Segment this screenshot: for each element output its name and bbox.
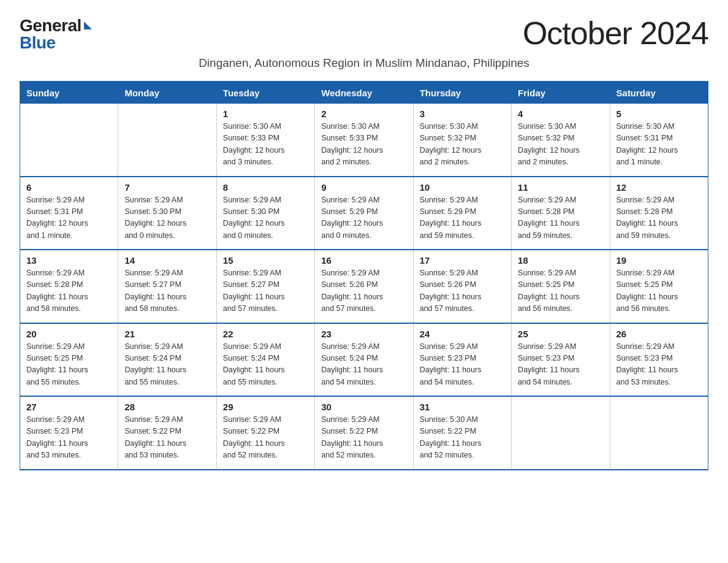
calendar-cell: 9Sunrise: 5:29 AMSunset: 5:29 PMDaylight… xyxy=(315,177,413,250)
calendar-cell: 24Sunrise: 5:29 AMSunset: 5:23 PMDayligh… xyxy=(413,323,511,397)
day-info: Sunrise: 5:30 AMSunset: 5:33 PMDaylight:… xyxy=(223,121,308,169)
day-info: Sunrise: 5:29 AMSunset: 5:23 PMDaylight:… xyxy=(420,341,505,389)
day-number: 1 xyxy=(223,109,308,119)
day-number: 15 xyxy=(223,255,308,266)
day-info: Sunrise: 5:29 AMSunset: 5:28 PMDaylight:… xyxy=(616,194,702,242)
day-info: Sunrise: 5:30 AMSunset: 5:22 PMDaylight:… xyxy=(420,414,505,462)
day-info: Sunrise: 5:29 AMSunset: 5:27 PMDaylight:… xyxy=(124,267,210,315)
day-info: Sunrise: 5:29 AMSunset: 5:30 PMDaylight:… xyxy=(223,194,308,242)
header-friday: Friday xyxy=(512,82,610,104)
calendar-cell: 28Sunrise: 5:29 AMSunset: 5:22 PMDayligh… xyxy=(118,396,216,470)
day-info: Sunrise: 5:29 AMSunset: 5:24 PMDaylight:… xyxy=(124,341,210,389)
day-info: Sunrise: 5:29 AMSunset: 5:23 PMDaylight:… xyxy=(26,414,112,462)
calendar-cell: 29Sunrise: 5:29 AMSunset: 5:22 PMDayligh… xyxy=(216,396,314,470)
calendar-cell: 14Sunrise: 5:29 AMSunset: 5:27 PMDayligh… xyxy=(118,250,216,323)
calendar-cell: 19Sunrise: 5:29 AMSunset: 5:25 PMDayligh… xyxy=(610,250,708,323)
calendar-week-2: 6Sunrise: 5:29 AMSunset: 5:31 PMDaylight… xyxy=(20,177,708,250)
day-info: Sunrise: 5:29 AMSunset: 5:23 PMDaylight:… xyxy=(518,341,603,389)
day-info: Sunrise: 5:30 AMSunset: 5:32 PMDaylight:… xyxy=(420,121,505,169)
calendar-cell: 17Sunrise: 5:29 AMSunset: 5:26 PMDayligh… xyxy=(413,250,511,323)
calendar-cell: 16Sunrise: 5:29 AMSunset: 5:26 PMDayligh… xyxy=(315,250,413,323)
day-number: 10 xyxy=(420,182,505,193)
calendar-cell xyxy=(20,104,118,177)
day-info: Sunrise: 5:29 AMSunset: 5:30 PMDaylight:… xyxy=(124,194,210,242)
day-number: 7 xyxy=(124,182,210,193)
logo-general-text: General xyxy=(20,17,82,34)
day-number: 30 xyxy=(321,402,406,412)
calendar-cell: 11Sunrise: 5:29 AMSunset: 5:28 PMDayligh… xyxy=(512,177,610,250)
calendar-cell: 2Sunrise: 5:30 AMSunset: 5:33 PMDaylight… xyxy=(315,104,413,177)
day-number: 5 xyxy=(616,109,702,119)
day-info: Sunrise: 5:29 AMSunset: 5:29 PMDaylight:… xyxy=(321,194,406,242)
calendar-cell: 3Sunrise: 5:30 AMSunset: 5:32 PMDaylight… xyxy=(413,104,511,177)
day-number: 14 xyxy=(124,255,210,266)
day-info: Sunrise: 5:29 AMSunset: 5:22 PMDaylight:… xyxy=(124,414,210,462)
day-number: 9 xyxy=(321,182,406,193)
calendar-cell: 30Sunrise: 5:29 AMSunset: 5:22 PMDayligh… xyxy=(315,396,413,470)
day-info: Sunrise: 5:29 AMSunset: 5:22 PMDaylight:… xyxy=(223,414,308,462)
day-info: Sunrise: 5:30 AMSunset: 5:33 PMDaylight:… xyxy=(321,121,406,169)
calendar-week-3: 13Sunrise: 5:29 AMSunset: 5:28 PMDayligh… xyxy=(20,250,708,323)
day-number: 31 xyxy=(420,402,505,412)
day-number: 6 xyxy=(26,182,112,193)
page-header: General Blue October 2024 xyxy=(20,15,708,52)
calendar-cell: 15Sunrise: 5:29 AMSunset: 5:27 PMDayligh… xyxy=(216,250,314,323)
day-info: Sunrise: 5:29 AMSunset: 5:27 PMDaylight:… xyxy=(223,267,308,315)
calendar-cell: 5Sunrise: 5:30 AMSunset: 5:31 PMDaylight… xyxy=(610,104,708,177)
day-number: 17 xyxy=(420,255,505,266)
month-title: October 2024 xyxy=(523,15,708,52)
calendar-cell: 8Sunrise: 5:29 AMSunset: 5:30 PMDaylight… xyxy=(216,177,314,250)
calendar-cell: 27Sunrise: 5:29 AMSunset: 5:23 PMDayligh… xyxy=(20,396,118,470)
day-info: Sunrise: 5:29 AMSunset: 5:25 PMDaylight:… xyxy=(518,267,603,315)
day-number: 24 xyxy=(420,329,505,339)
day-info: Sunrise: 5:29 AMSunset: 5:22 PMDaylight:… xyxy=(321,414,406,462)
day-info: Sunrise: 5:29 AMSunset: 5:23 PMDaylight:… xyxy=(616,341,702,389)
day-number: 22 xyxy=(223,329,308,339)
calendar-cell: 21Sunrise: 5:29 AMSunset: 5:24 PMDayligh… xyxy=(118,323,216,397)
day-info: Sunrise: 5:29 AMSunset: 5:29 PMDaylight:… xyxy=(420,194,505,242)
page-subtitle: Dinganen, Autonomous Region in Muslim Mi… xyxy=(20,56,708,70)
day-info: Sunrise: 5:29 AMSunset: 5:24 PMDaylight:… xyxy=(321,341,406,389)
day-number: 28 xyxy=(124,402,210,412)
header-wednesday: Wednesday xyxy=(315,82,413,104)
calendar-cell: 7Sunrise: 5:29 AMSunset: 5:30 PMDaylight… xyxy=(118,177,216,250)
day-number: 29 xyxy=(223,402,308,412)
calendar-cell: 31Sunrise: 5:30 AMSunset: 5:22 PMDayligh… xyxy=(413,396,511,470)
calendar-week-1: 1Sunrise: 5:30 AMSunset: 5:33 PMDaylight… xyxy=(20,104,708,177)
calendar-cell xyxy=(512,396,610,470)
day-number: 21 xyxy=(124,329,210,339)
calendar-cell: 25Sunrise: 5:29 AMSunset: 5:23 PMDayligh… xyxy=(512,323,610,397)
logo-blue-text: Blue xyxy=(20,34,56,52)
day-info: Sunrise: 5:29 AMSunset: 5:24 PMDaylight:… xyxy=(223,341,308,389)
day-number: 2 xyxy=(321,109,406,119)
day-number: 12 xyxy=(616,182,702,193)
day-info: Sunrise: 5:30 AMSunset: 5:32 PMDaylight:… xyxy=(518,121,603,169)
calendar-cell: 26Sunrise: 5:29 AMSunset: 5:23 PMDayligh… xyxy=(610,323,708,397)
logo-triangle-icon xyxy=(84,21,92,29)
calendar-cell xyxy=(610,396,708,470)
calendar-cell: 18Sunrise: 5:29 AMSunset: 5:25 PMDayligh… xyxy=(512,250,610,323)
calendar-cell: 22Sunrise: 5:29 AMSunset: 5:24 PMDayligh… xyxy=(216,323,314,397)
day-info: Sunrise: 5:29 AMSunset: 5:25 PMDaylight:… xyxy=(26,341,112,389)
header-monday: Monday xyxy=(118,82,216,104)
calendar-cell xyxy=(118,104,216,177)
calendar-cell: 10Sunrise: 5:29 AMSunset: 5:29 PMDayligh… xyxy=(413,177,511,250)
day-info: Sunrise: 5:29 AMSunset: 5:26 PMDaylight:… xyxy=(321,267,406,315)
calendar-cell: 4Sunrise: 5:30 AMSunset: 5:32 PMDaylight… xyxy=(512,104,610,177)
day-info: Sunrise: 5:29 AMSunset: 5:28 PMDaylight:… xyxy=(518,194,603,242)
day-number: 13 xyxy=(26,255,112,266)
day-info: Sunrise: 5:29 AMSunset: 5:31 PMDaylight:… xyxy=(26,194,112,242)
day-number: 20 xyxy=(26,329,112,339)
calendar-cell: 6Sunrise: 5:29 AMSunset: 5:31 PMDaylight… xyxy=(20,177,118,250)
day-info: Sunrise: 5:30 AMSunset: 5:31 PMDaylight:… xyxy=(616,121,702,169)
day-number: 25 xyxy=(518,329,603,339)
calendar-cell: 1Sunrise: 5:30 AMSunset: 5:33 PMDaylight… xyxy=(216,104,314,177)
day-number: 16 xyxy=(321,255,406,266)
day-number: 26 xyxy=(616,329,702,339)
logo: General Blue xyxy=(20,17,92,52)
day-number: 23 xyxy=(321,329,406,339)
day-number: 11 xyxy=(518,182,603,193)
calendar-table: SundayMondayTuesdayWednesdayThursdayFrid… xyxy=(20,81,708,470)
calendar-cell: 23Sunrise: 5:29 AMSunset: 5:24 PMDayligh… xyxy=(315,323,413,397)
day-number: 27 xyxy=(26,402,112,412)
